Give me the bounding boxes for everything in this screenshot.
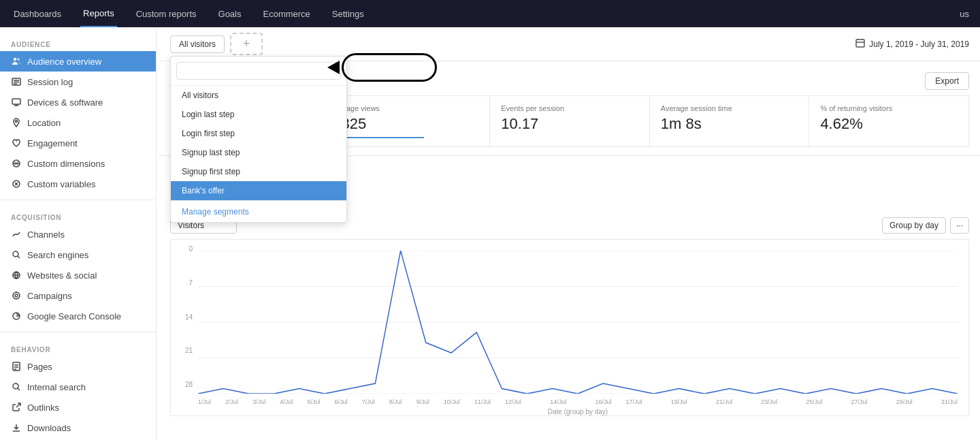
x-label-14jul: 14/Jul xyxy=(550,398,566,405)
svg-point-17 xyxy=(15,294,18,297)
outlink-icon xyxy=(11,402,22,413)
globe-icon xyxy=(11,270,22,281)
x-label-7jul: 7/Jul xyxy=(362,398,375,405)
list-icon xyxy=(11,76,22,87)
sidebar-item-downloads[interactable]: Downloads xyxy=(0,418,156,438)
sidebar-item-channels-label: Channels xyxy=(27,230,65,240)
metric-events-label: Events per session xyxy=(501,104,638,112)
date-range: July 1, 2019 - July 31, 2019 xyxy=(855,38,969,50)
nav-reports[interactable]: Reports xyxy=(80,0,117,27)
sidebar-item-pages-label: Pages xyxy=(27,362,52,372)
nav-settings[interactable]: Settings xyxy=(329,0,367,27)
svg-line-26 xyxy=(16,403,20,407)
sidebar-item-custom-dimensions-label: Custom dimensions xyxy=(27,159,105,169)
x-axis-labels: 1/Jul 2/Jul 3/Jul 4/Jul 5/Jul 6/Jul 7/Ju… xyxy=(198,398,958,405)
dropdown-item-signup-last-step[interactable]: Signup last step xyxy=(171,143,346,162)
group-by-button[interactable]: Group by day xyxy=(882,217,946,234)
y-label-0: 0 xyxy=(171,245,195,253)
sidebar-item-google-search-console[interactable]: Google Search Console xyxy=(0,306,156,326)
dropdown-item-all-visitors[interactable]: All visitors xyxy=(171,86,346,105)
nav-ecommerce[interactable]: Ecommerce xyxy=(260,0,312,27)
search-icon xyxy=(11,249,22,260)
sidebar-item-outlinks-label: Outlinks xyxy=(27,403,59,413)
sidebar-item-websites-social[interactable]: Websites & social xyxy=(0,265,156,285)
metric-avg-session-time: Average session time 1m 8s xyxy=(649,95,809,147)
svg-point-16 xyxy=(13,292,20,299)
sidebar-section-acquisition: ACQUISITION xyxy=(0,206,156,224)
sidebar-item-session-log-label: Session log xyxy=(27,77,73,87)
svg-rect-29 xyxy=(856,40,864,47)
main-content: All visitors + All visitors Login last s… xyxy=(159,27,980,440)
metric-avg-session-label: Average session time xyxy=(661,104,798,112)
x-label-17jul: 17/Jul xyxy=(626,398,642,405)
sidebar-item-devices-software[interactable]: Devices & software xyxy=(0,92,156,112)
sidebar-item-custom-variables[interactable]: Custom variables xyxy=(0,174,156,194)
nav-dashboards[interactable]: Dashboards xyxy=(11,0,64,27)
y-axis-labels: 28 21 14 7 0 xyxy=(171,240,195,394)
add-segment-button[interactable]: + xyxy=(230,33,263,55)
x-label-31jul: 31/Jul xyxy=(941,398,958,405)
sidebar-item-channels[interactable]: Channels xyxy=(0,224,156,245)
sidebar-item-websites-social-label: Websites & social xyxy=(27,270,97,281)
x-label-3jul: 3/Jul xyxy=(252,398,265,405)
nav-custom-reports[interactable]: Custom reports xyxy=(133,0,199,27)
metric-pageviews-label: Page views xyxy=(342,104,479,112)
svg-line-25 xyxy=(18,388,20,390)
sidebar-item-outlinks[interactable]: Outlinks xyxy=(0,397,156,418)
y-label-7: 7 xyxy=(171,279,195,287)
svg-point-13 xyxy=(13,251,18,257)
metric-events-per-session: Events per session 10.17 xyxy=(489,95,649,147)
metric-pageviews-sparkline xyxy=(342,137,424,138)
sidebar-item-campaigns[interactable]: Campaigns xyxy=(0,285,156,306)
sidebar: AUDIENCE Audience overview Session log D… xyxy=(0,27,157,440)
sidebar-item-search-engines[interactable]: Search engines xyxy=(0,245,156,265)
sidebar-item-internal-search-label: Internal search xyxy=(27,382,86,392)
nav-goals[interactable]: Goals xyxy=(216,0,244,27)
dropdown-item-signup-first-step[interactable]: Signup first step xyxy=(171,162,346,181)
metric-pageviews: Page views 325 xyxy=(330,95,490,147)
google-icon xyxy=(11,311,22,321)
dropdown-item-banks-offer[interactable]: Bank's offer xyxy=(171,181,346,200)
x-label-4jul: 4/Jul xyxy=(280,398,293,405)
svg-point-1 xyxy=(17,58,20,61)
sidebar-item-internal-search[interactable]: Internal search xyxy=(0,377,156,397)
svg-point-9 xyxy=(16,121,18,123)
campaign-icon xyxy=(11,290,22,301)
manage-segments-link[interactable]: Manage segments xyxy=(182,207,249,217)
sidebar-item-custom-variables-label: Custom variables xyxy=(27,179,95,189)
sidebar-item-session-log[interactable]: Session log xyxy=(0,72,156,92)
sidebar-item-search-engines-label: Search engines xyxy=(27,250,88,260)
export-button[interactable]: Export xyxy=(925,72,969,90)
sidebar-item-location[interactable]: Location xyxy=(0,112,156,133)
x-label-8jul: 8/Jul xyxy=(389,398,402,405)
metric-returning-visitors: % of returning visitors 4.62% xyxy=(808,95,969,147)
dropdown-item-login-first-step[interactable]: Login first step xyxy=(171,124,346,143)
sidebar-item-engagement-label: Engagement xyxy=(27,138,78,148)
dropdown-item-login-last-step[interactable]: Login last step xyxy=(171,105,346,124)
sidebar-item-custom-dimensions[interactable]: Custom dimensions xyxy=(0,153,156,174)
sidebar-item-google-search-console-label: Google Search Console xyxy=(27,311,121,321)
sidebar-item-audience-overview[interactable]: Audience overview xyxy=(0,51,156,72)
line-chart-svg xyxy=(198,251,958,394)
x-label-9jul: 9/Jul xyxy=(416,398,429,405)
segment-search-input[interactable] xyxy=(176,62,341,80)
svg-line-14 xyxy=(18,256,20,258)
sidebar-item-pages[interactable]: Pages xyxy=(0,356,156,377)
chart-menu-button[interactable]: ··· xyxy=(950,217,969,234)
metric-avg-session-value: 1m 8s xyxy=(661,115,798,133)
x-label-23jul: 23/Jul xyxy=(761,398,777,405)
svg-point-0 xyxy=(14,58,16,61)
chart-container: 28 21 14 7 0 xyxy=(159,239,980,427)
download-icon xyxy=(11,422,22,433)
sidebar-section-behavior: BEHAVIOR xyxy=(0,338,156,356)
x-label-27jul: 27/Jul xyxy=(851,398,867,405)
people-icon xyxy=(11,56,22,67)
x-label-11jul: 11/Jul xyxy=(474,398,491,405)
sidebar-item-engagement[interactable]: Engagement xyxy=(0,133,156,153)
x-label-1jul: 1/Jul xyxy=(198,398,211,405)
y-label-14: 14 xyxy=(171,313,195,321)
app-layout: AUDIENCE Audience overview Session log D… xyxy=(0,27,980,440)
x-label-29jul: 29/Jul xyxy=(896,398,913,405)
svg-point-24 xyxy=(13,383,18,389)
all-visitors-segment-button[interactable]: All visitors xyxy=(170,35,225,53)
